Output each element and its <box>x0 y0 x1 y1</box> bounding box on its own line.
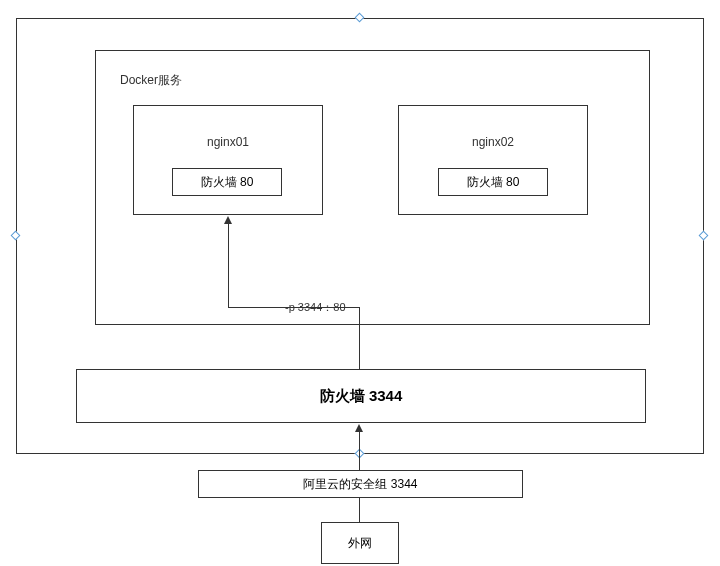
nginx02-firewall-label: 防火墙 80 <box>467 174 520 191</box>
nginx02-box <box>398 105 588 215</box>
nginx01-firewall-label: 防火墙 80 <box>201 174 254 191</box>
nginx02-firewall-box: 防火墙 80 <box>438 168 548 196</box>
arrow-docker-seg1 <box>359 307 360 369</box>
nginx01-box <box>133 105 323 215</box>
nginx01-firewall-box: 防火墙 80 <box>172 168 282 196</box>
nginx02-title: nginx02 <box>398 135 588 149</box>
arrow-docker-seg3 <box>228 224 229 308</box>
line-internet <box>359 498 360 522</box>
docker-service-title: Docker服务 <box>120 72 182 89</box>
internet-box: 外网 <box>321 522 399 564</box>
arrow-firewall-line <box>359 432 360 470</box>
nginx01-title: nginx01 <box>133 135 323 149</box>
arrow-firewall-head <box>355 424 363 432</box>
internet-label: 外网 <box>348 535 372 552</box>
host-firewall-label: 防火墙 3344 <box>320 387 403 406</box>
security-group-label: 阿里云的安全组 3344 <box>303 476 417 493</box>
host-firewall-box: 防火墙 3344 <box>76 369 646 423</box>
arrow-docker-head <box>224 216 232 224</box>
security-group-box: 阿里云的安全组 3344 <box>198 470 523 498</box>
arrow-docker-seg2 <box>228 307 360 308</box>
